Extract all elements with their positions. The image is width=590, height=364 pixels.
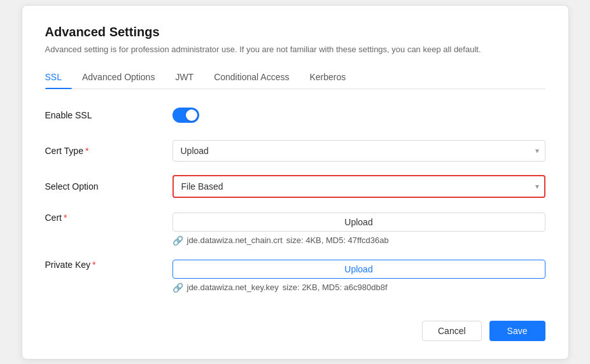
private-key-row: Private Key* Upload 🔗 jde.datawiza.net_k… <box>45 257 545 293</box>
cert-type-label: Cert Type* <box>45 146 172 156</box>
cert-type-required: * <box>85 146 88 156</box>
enable-ssl-row: Enable SSL <box>45 103 545 127</box>
cert-label: Cert* <box>45 213 172 223</box>
private-key-control: Upload 🔗 jde.datawiza.net_key.key size: … <box>172 260 545 293</box>
paperclip-icon-2: 🔗 <box>172 283 183 293</box>
modal-footer: Cancel Save <box>45 311 545 341</box>
cert-row: Cert* Upload 🔗 jde.datawiza.net_chain.cr… <box>45 210 545 246</box>
paperclip-icon: 🔗 <box>172 235 183 246</box>
cancel-button[interactable]: Cancel <box>422 321 482 341</box>
cert-upload-button[interactable]: Upload <box>172 213 545 232</box>
private-key-file-meta: size: 2KB, MD5: a6c980db8f <box>283 283 388 292</box>
private-key-upload-button[interactable]: Upload <box>172 260 545 279</box>
cert-file-name: jde.datawiza.net_chain.crt <box>187 235 283 245</box>
cert-type-select[interactable]: Upload <box>172 140 545 162</box>
select-option-label: Select Option <box>45 181 172 192</box>
select-option-row: Select Option File Based ▾ <box>45 174 545 199</box>
enable-ssl-label: Enable SSL <box>45 110 172 120</box>
tab-jwt[interactable]: JWT <box>175 67 204 88</box>
cert-type-control: Upload ▾ <box>172 140 545 162</box>
cert-file-meta: size: 4KB, MD5: 47ffcd36ab <box>286 235 389 245</box>
tab-ssl[interactable]: SSL <box>45 67 72 88</box>
enable-ssl-control <box>172 108 545 123</box>
modal-title: Advanced Settings <box>45 25 545 39</box>
select-option-select[interactable]: File Based <box>172 175 545 198</box>
private-key-file-info: 🔗 jde.datawiza.net_key.key size: 2KB, MD… <box>172 283 545 293</box>
cert-file-info: 🔗 jde.datawiza.net_chain.crt size: 4KB, … <box>172 235 545 246</box>
select-option-wrapper: File Based ▾ <box>172 175 545 198</box>
cert-required: * <box>64 213 67 223</box>
tabs-container: SSL Advanced Options JWT Conditional Acc… <box>45 67 545 89</box>
toggle-knob <box>186 109 197 121</box>
cert-type-select-wrapper: Upload ▾ <box>172 140 545 162</box>
tab-conditional-access[interactable]: Conditional Access <box>214 67 299 88</box>
tab-kerberos[interactable]: Kerberos <box>309 67 356 88</box>
save-button[interactable]: Save <box>489 321 545 341</box>
private-key-file-name: jde.datawiza.net_key.key <box>187 283 279 292</box>
ssl-toggle[interactable] <box>172 108 199 123</box>
private-key-required: * <box>92 260 95 270</box>
select-option-control: File Based ▾ <box>172 175 545 198</box>
tab-advanced-options[interactable]: Advanced Options <box>82 67 165 88</box>
cert-control: Upload 🔗 jde.datawiza.net_chain.crt size… <box>172 213 545 246</box>
advanced-settings-modal: Advanced Settings Advanced setting is fo… <box>22 5 569 360</box>
modal-subtitle: Advanced setting is for profession admin… <box>45 45 545 54</box>
private-key-label: Private Key* <box>45 260 172 270</box>
cert-type-row: Cert Type* Upload ▾ <box>45 139 545 163</box>
